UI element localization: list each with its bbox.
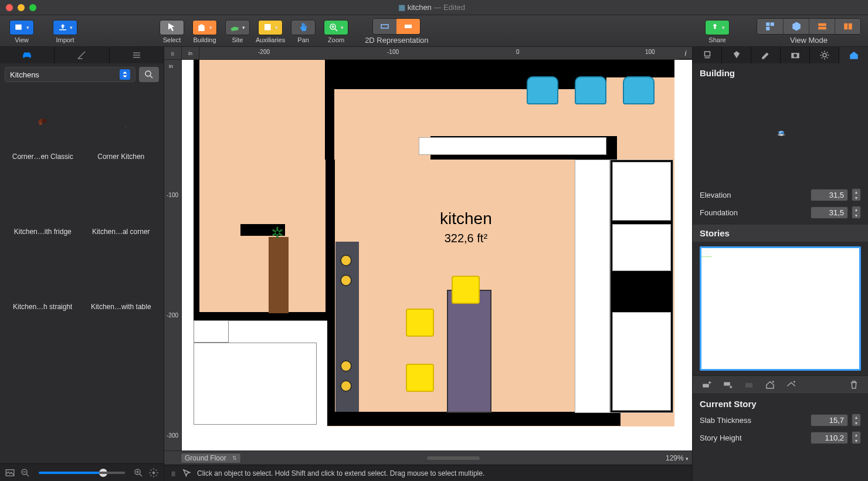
auxiliaries-icon	[263, 22, 273, 33]
zoom-in-lib-icon[interactable]	[133, 468, 144, 478]
story-thumbnail[interactable]	[697, 244, 863, 373]
inspector-panel: Building T H F E Elevation 31,5 ▲▼	[692, 47, 868, 481]
svg-rect-8	[818, 23, 826, 26]
auxiliaries-tool-button[interactable]: Auxiliaries	[256, 20, 285, 43]
house-plus-icon	[765, 380, 775, 390]
add-story-below-button[interactable]	[718, 378, 737, 391]
library-tab-furniture[interactable]	[0, 47, 55, 63]
minimize-window-button[interactable]	[18, 4, 25, 11]
status-bar: ⫼ Click an object to select. Hold Shift …	[164, 465, 692, 481]
library-item[interactable]: Kitchen…h straight	[4, 240, 82, 316]
grid-small-icon	[744, 380, 754, 390]
library-item[interactable]: Corner Kitchen	[82, 90, 161, 165]
add-roof-button[interactable]	[782, 378, 801, 391]
library-item[interactable]	[82, 316, 161, 382]
current-story-title: Current Story	[693, 394, 868, 411]
view-mode-split-h[interactable]	[809, 19, 835, 34]
info-icon[interactable]: i	[679, 47, 692, 59]
svg-point-33	[823, 53, 826, 57]
2d-outline-icon	[379, 21, 390, 32]
site-tool-button[interactable]: Site	[223, 20, 252, 43]
thumbnail-size-slider[interactable]	[39, 472, 125, 474]
elevation-stepper[interactable]: ▲▼	[852, 188, 861, 201]
zoom-indicator[interactable]: 129% ▾	[666, 454, 689, 462]
library-item[interactable]: Kitchen…ith fridge	[4, 165, 82, 240]
hand-icon	[298, 22, 308, 33]
library-item[interactable]: Kitchen…al corner	[82, 165, 161, 240]
slab-thickness-stepper[interactable]: ▲▼	[852, 414, 861, 426]
svg-rect-13	[39, 123, 42, 125]
slab-thickness-label: Slab Thickness	[700, 416, 807, 425]
inspector-tab-light[interactable]	[810, 47, 839, 63]
svg-rect-39	[701, 256, 711, 257]
floor-plan-canvas[interactable]: ✲ kitchen 322,6 ft²	[182, 60, 692, 450]
library-tab-list[interactable]	[110, 47, 164, 63]
sun-icon	[819, 50, 830, 60]
elevation-field[interactable]: 31,5	[811, 189, 848, 201]
import-icon	[57, 22, 68, 33]
foundation-field[interactable]: 31,5	[811, 206, 848, 219]
svg-rect-44	[703, 384, 709, 388]
library-tab-materials[interactable]	[55, 47, 109, 63]
gear-icon[interactable]	[148, 468, 159, 478]
add-house-button[interactable]	[761, 378, 779, 391]
elevation-label: Elevation	[700, 191, 807, 199]
view-mode-3d[interactable]	[783, 19, 809, 34]
library-panel: Kitchens Corner…en Classic Corner Kitche…	[0, 47, 164, 481]
inspector-tab-object[interactable]	[693, 47, 722, 63]
svg-rect-1	[265, 24, 271, 31]
foundation-stepper[interactable]: ▲▼	[852, 206, 861, 219]
share-toolbar-button[interactable]: Share	[703, 20, 732, 43]
select-tool-button[interactable]: Select	[157, 20, 187, 43]
view-toolbar-button[interactable]: View	[7, 20, 36, 43]
story-height-field[interactable]: 110,2	[811, 432, 848, 444]
horizontal-ruler[interactable]: -200 -100 0 100	[199, 47, 679, 59]
view-mode-split-v[interactable]	[835, 19, 860, 34]
library-thumb	[86, 93, 156, 151]
svg-rect-3	[381, 25, 388, 28]
story-height-stepper[interactable]: ▲▼	[852, 431, 861, 444]
svg-rect-6	[771, 22, 774, 26]
library-thumb	[8, 93, 78, 151]
library-search-button[interactable]	[139, 67, 159, 82]
maximize-window-button[interactable]	[29, 4, 36, 11]
split-v-icon	[843, 21, 853, 32]
story-height-label: Story Height	[700, 433, 807, 442]
edited-indicator: — Edited	[433, 3, 464, 12]
inspector-tab-materials[interactable]	[722, 47, 751, 63]
unknown-grid-button[interactable]	[740, 378, 758, 391]
building-tool-button[interactable]: Building	[190, 20, 219, 43]
chevron-updown-icon: ⇅	[232, 455, 237, 461]
view-mode-2d[interactable]	[757, 19, 783, 34]
slab-thickness-field[interactable]: 15,7	[811, 414, 848, 426]
inspector-tab-building[interactable]	[839, 47, 868, 63]
list-icon	[131, 50, 142, 60]
pencil-icon	[761, 50, 771, 60]
zoom-out-lib-icon[interactable]	[20, 468, 30, 478]
brick-plus-down-icon	[723, 380, 733, 390]
library-category-select[interactable]: Kitchens	[5, 67, 135, 82]
library-item[interactable]: Kitchen…with table	[82, 240, 161, 316]
library-thumb	[86, 168, 156, 226]
document-name: kitchen	[408, 3, 432, 12]
library-item[interactable]: Corner…en Classic	[4, 90, 82, 165]
inspector-tab-camera[interactable]	[781, 47, 810, 63]
inspector-tab-2d[interactable]	[751, 47, 781, 63]
horizontal-scrollbar[interactable]	[427, 456, 480, 460]
ruler-origin[interactable]: ⫼	[164, 47, 182, 59]
floor-selector[interactable]: Ground Floor ⇅	[181, 453, 241, 463]
import-toolbar-button[interactable]: Import	[50, 20, 80, 43]
zoom-tool-button[interactable]: Zoom	[321, 20, 351, 43]
view-mode-segment[interactable]: View Mode	[757, 18, 861, 45]
image-icon[interactable]	[5, 468, 15, 478]
delete-story-button[interactable]	[845, 378, 863, 391]
library-item[interactable]	[4, 316, 82, 382]
2d-representation-toggle[interactable]: 2D Representation	[365, 18, 428, 45]
add-story-above-button[interactable]	[697, 378, 716, 391]
cursor-tip-icon	[182, 468, 192, 479]
svg-rect-4	[405, 25, 412, 28]
room-area: 322,6 ft²	[440, 232, 492, 245]
pan-tool-button[interactable]: Pan	[289, 20, 318, 43]
close-window-button[interactable]	[6, 4, 13, 11]
vertical-ruler[interactable]: in -100 -200 -300	[164, 60, 182, 450]
